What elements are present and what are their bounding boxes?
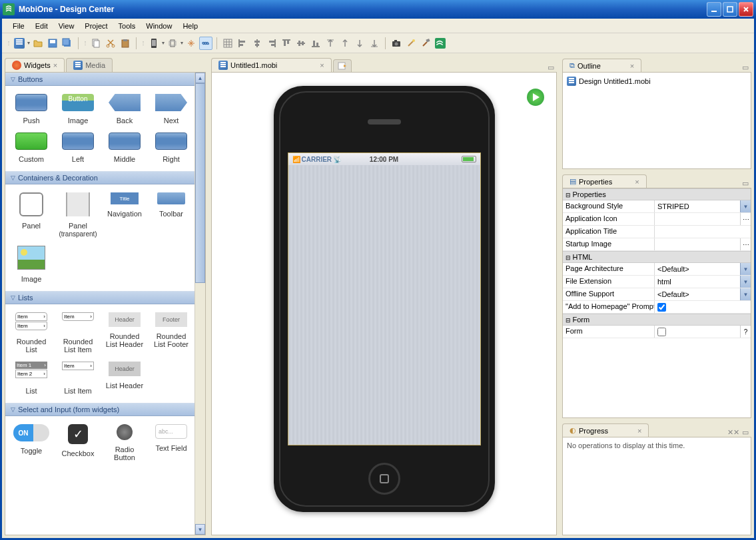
new-file-icon[interactable] xyxy=(13,37,26,50)
align-center-h-icon[interactable] xyxy=(250,37,264,50)
widget-rounded-list-footer[interactable]: FooterRounded List Footer xyxy=(148,310,194,356)
widget-list-item[interactable]: Item›List Item xyxy=(55,359,101,398)
widget-custom[interactable]: Custom xyxy=(8,130,55,166)
new-tab-button[interactable] xyxy=(333,59,352,72)
grid-icon[interactable] xyxy=(221,37,234,50)
align-left-icon[interactable] xyxy=(236,37,249,50)
menu-edit[interactable]: Edit xyxy=(30,21,53,31)
tab-close-icon[interactable]: × xyxy=(630,62,634,70)
help-icon[interactable]: ? xyxy=(740,326,751,338)
infinity-icon[interactable] xyxy=(199,37,212,50)
tab-close-icon[interactable]: × xyxy=(320,61,324,69)
widget-radio[interactable]: Radio Button xyxy=(101,421,148,464)
camera-icon[interactable] xyxy=(390,37,403,50)
menu-tools[interactable]: Tools xyxy=(113,21,141,31)
widget-image[interactable]: Image xyxy=(8,243,55,286)
tools-icon[interactable]: ✕✕ xyxy=(727,428,739,437)
tab-outline[interactable]: ⧉ Outline × xyxy=(562,59,641,72)
paste-icon[interactable] xyxy=(119,37,132,50)
dropdown-icon[interactable]: ▼ xyxy=(740,288,751,300)
outline-tree[interactable]: Design Untitled1.mobi xyxy=(562,72,751,169)
menu-help[interactable]: Help xyxy=(177,21,203,31)
device-icon[interactable] xyxy=(147,37,161,50)
section-lists[interactable]: Lists xyxy=(5,291,205,304)
tab-media[interactable]: Media xyxy=(66,58,113,72)
design-canvas[interactable]: 📶 CARRIER 📡 12:00 PM xyxy=(211,72,557,535)
prop-homepage-checkbox[interactable] xyxy=(657,303,666,312)
prop-app-icon-input[interactable] xyxy=(656,214,749,224)
widget-toolbar[interactable]: Toolbar xyxy=(148,190,194,240)
bring-forward-icon[interactable] xyxy=(338,37,352,50)
tab-properties[interactable]: ▤ Properties × xyxy=(562,174,647,188)
dropdown-icon[interactable]: ▼ xyxy=(740,200,751,212)
phone-screen[interactable]: 📶 CARRIER 📡 12:00 PM xyxy=(288,152,481,445)
minimize-panel-icon[interactable]: ▭ xyxy=(742,179,749,188)
widget-toggle[interactable]: ONToggle xyxy=(8,421,55,464)
section-containers[interactable]: Containers & Decoration xyxy=(5,171,205,184)
section-select-input[interactable]: Select and Input (form widgets) xyxy=(5,403,205,416)
widget-rounded-list[interactable]: Item›Item›Rounded List xyxy=(8,310,55,356)
prop-app-title-input[interactable] xyxy=(656,227,749,236)
maximize-button[interactable] xyxy=(723,2,737,17)
minimize-button[interactable] xyxy=(707,2,721,17)
menu-project[interactable]: Project xyxy=(79,21,113,31)
snap-icon[interactable] xyxy=(185,37,198,50)
hammer-icon[interactable] xyxy=(419,37,432,50)
open-folder-icon[interactable] xyxy=(31,37,45,50)
minimize-panel-icon[interactable]: ▭ xyxy=(742,63,749,72)
widget-back[interactable]: Back xyxy=(101,91,148,127)
widget-rounded-list-header[interactable]: HeaderRounded List Header xyxy=(101,310,148,356)
menu-file[interactable]: File xyxy=(7,21,30,31)
wand-icon[interactable] xyxy=(404,37,418,50)
prop-page-arch-input[interactable] xyxy=(656,264,749,274)
align-bottom-icon[interactable] xyxy=(309,37,322,50)
props-section-properties[interactable]: Properties xyxy=(563,188,751,200)
tab-untitled[interactable]: Untitled1.mobi × xyxy=(211,58,332,72)
prop-file-ext-input[interactable] xyxy=(656,277,749,286)
widget-push[interactable]: Push xyxy=(8,91,55,127)
tab-close-icon[interactable]: × xyxy=(53,61,57,69)
bring-front-icon[interactable] xyxy=(324,37,337,50)
wifi-icon[interactable] xyxy=(434,37,447,50)
minimize-panel-icon[interactable]: ▭ xyxy=(742,428,749,437)
align-middle-v-icon[interactable] xyxy=(294,37,308,50)
prop-form-checkbox[interactable] xyxy=(657,328,666,336)
save-icon[interactable] xyxy=(46,37,59,50)
menu-window[interactable]: Window xyxy=(141,21,177,31)
widget-navigation[interactable]: TitleNavigation xyxy=(101,190,148,240)
tab-close-icon[interactable]: × xyxy=(635,178,639,186)
widget-next[interactable]: Next xyxy=(148,91,194,127)
cut-icon[interactable] xyxy=(104,37,117,50)
widget-right[interactable]: Right xyxy=(148,130,194,166)
maximize-panel-icon[interactable]: ▭ xyxy=(548,63,554,72)
prop-offline-input[interactable] xyxy=(656,290,749,299)
widget-panel-transparent[interactable]: Panel(transparent) xyxy=(55,190,101,240)
widget-textfield[interactable]: abc...Text Field xyxy=(148,421,194,464)
widget-left[interactable]: Left xyxy=(55,130,101,166)
tab-widgets[interactable]: Widgets × xyxy=(5,58,65,72)
outline-root-item[interactable]: Design Untitled1.mobi xyxy=(566,75,748,87)
dropdown-icon[interactable]: ▼ xyxy=(740,263,751,275)
send-back-icon[interactable] xyxy=(368,37,381,50)
widget-panel[interactable]: Panel xyxy=(8,190,55,240)
dropdown-icon[interactable]: ▼ xyxy=(740,276,751,288)
copy-icon[interactable] xyxy=(89,37,103,50)
prop-bg-style-input[interactable] xyxy=(656,202,749,211)
tab-close-icon[interactable]: × xyxy=(637,427,641,435)
rotate-icon[interactable] xyxy=(166,37,179,50)
props-section-form[interactable]: Form xyxy=(563,314,751,326)
tab-progress[interactable]: ◐ Progress × xyxy=(562,423,649,437)
send-backward-icon[interactable] xyxy=(353,37,366,50)
widgets-scrollbar[interactable]: ▲ ▼ xyxy=(194,73,205,535)
widget-rounded-list-item[interactable]: Item›Rounded List Item xyxy=(55,310,101,356)
align-top-icon[interactable] xyxy=(280,37,293,50)
widget-checkbox[interactable]: ✓Checkbox xyxy=(55,421,101,464)
section-buttons[interactable]: Buttons xyxy=(5,73,205,86)
widget-list[interactable]: Item 1›Item 2›List xyxy=(8,359,55,398)
browse-icon[interactable]: ⋯ xyxy=(740,238,751,250)
prop-startup-input[interactable] xyxy=(656,240,749,249)
align-right-icon[interactable] xyxy=(265,37,278,50)
browse-icon[interactable]: ⋯ xyxy=(740,213,751,225)
close-button[interactable] xyxy=(739,2,753,17)
props-section-html[interactable]: HTML xyxy=(563,251,751,263)
